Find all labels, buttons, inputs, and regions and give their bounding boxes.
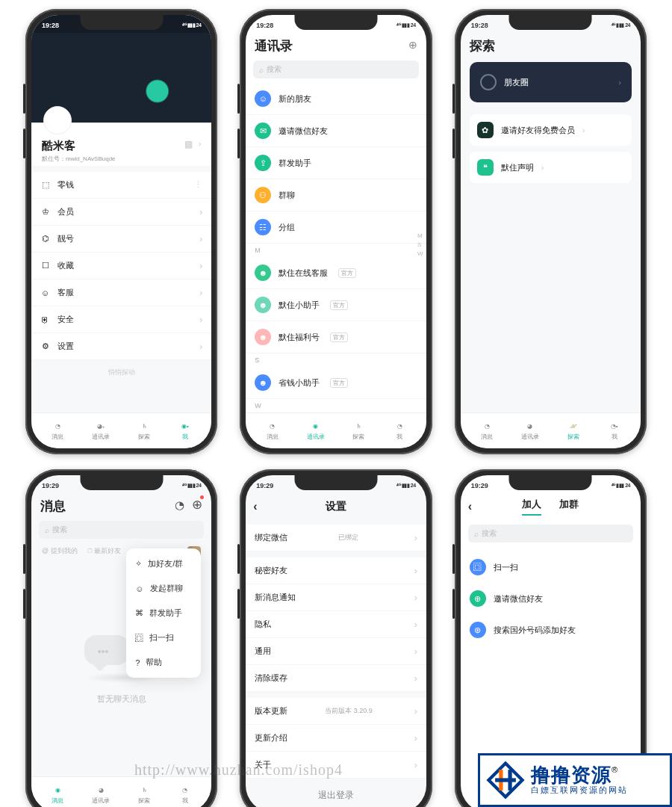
contact-new-friends[interactable]: ☺新的朋友 (246, 83, 426, 115)
notch (80, 15, 163, 30)
setting-version[interactable]: 版本更新当前版本 3.20.9› (246, 698, 426, 725)
search-input[interactable]: ⌕搜索 (39, 521, 204, 539)
tab-contacts[interactable]: ◕+通讯录 (92, 421, 110, 441)
setting-bind-wechat[interactable]: 绑定微信已绑定› (246, 525, 426, 551)
popup-start-group[interactable]: ☺发起群聊 (126, 576, 201, 601)
plus-popup: ✧加好友/群 ☺发起群聊 ⌘群发助手 ⿴扫一扫 ?帮助 (126, 548, 201, 678)
menu-security[interactable]: ⛨安全› (31, 306, 211, 333)
contact-invite-wechat[interactable]: ✉邀请微信好友 (246, 115, 426, 147)
contact-groups[interactable]: ☷分组 (246, 211, 426, 244)
statement-row[interactable]: ❝ 默住声明› (470, 152, 632, 183)
list-item[interactable]: ☻省钱小助手官方 (246, 367, 426, 399)
avatar-icon: ☻ (255, 297, 271, 313)
tab-discover[interactable]: ♄探索 (352, 421, 365, 441)
filter-mentions[interactable]: @ 提到我的 (42, 546, 78, 560)
setting-changelog[interactable]: 更新介绍› (246, 725, 426, 752)
tab-me[interactable]: ◔我 (393, 421, 406, 441)
badge-icon: ⌬ (40, 234, 50, 244)
page-title: 通讯录 (255, 33, 408, 56)
menu-wallet[interactable]: ⬚零钱⋮ (31, 172, 211, 199)
popup-mass-send[interactable]: ⌘群发助手 (126, 601, 201, 625)
tab-contacts[interactable]: ◕通讯录 (92, 785, 110, 805)
brand-logo: 撸撸资源® 白嫖互联网资源的网站 (478, 753, 672, 807)
list-item[interactable]: ☻默住福利号官方 (246, 321, 426, 353)
menu-vip[interactable]: ♔会员› (31, 199, 211, 226)
tab-messages[interactable]: ◔消息 (266, 421, 279, 441)
tab-add-person[interactable]: 加人 (522, 498, 541, 516)
shield-icon: ⛨ (40, 315, 50, 324)
profile-hero (31, 33, 211, 123)
section-W: W (246, 399, 426, 412)
list-item[interactable]: ☻默住小助手官方 (246, 289, 426, 321)
popup-scan[interactable]: ⿴扫一扫 (126, 625, 201, 650)
status-signal: ⁴ᴳ ▮▮▮ 24 (182, 22, 201, 28)
setting-general[interactable]: 通用› (246, 638, 426, 665)
tab-contacts[interactable]: ◕通讯录 (521, 421, 539, 441)
smile-icon: ☺ (135, 584, 143, 593)
wechat-icon: ⊕ (470, 590, 486, 607)
setting-notifications[interactable]: 新消息通知› (246, 584, 426, 611)
crown-icon: ♔ (40, 207, 50, 217)
nav-bar: ‹ 设置 (246, 493, 426, 520)
setting-secret-friends[interactable]: 秘密好友› (246, 557, 426, 584)
tab-contacts[interactable]: ◉通讯录 (307, 421, 325, 441)
contact-group-chat[interactable]: ⚇群聊 (246, 179, 426, 211)
tab-bar: ◔消息 ◕+通讯录 ♄探索 ◉•我 (31, 412, 211, 448)
logout-button[interactable]: 退出登录 (246, 779, 426, 807)
popup-add-friend[interactable]: ✧加好友/群 (126, 551, 201, 576)
gear-icon: ⚙ (40, 341, 50, 351)
phone-messages: 19:29⁴ᴳ ▮▮▮ 24 消息 ◔ ⊕ ⌕搜索 @ 提到我的 □ 最新好友 … (25, 469, 217, 807)
phone-contacts: 19:28⁴ᴳ ▮▮▮ 24 通讯录 ⊕ ⌕搜索 ☺新的朋友 ✉邀请微信好友 ⇪… (240, 9, 432, 454)
tab-messages[interactable]: ◔消息 (51, 421, 64, 441)
tab-me[interactable]: ◔•我 (608, 421, 621, 441)
wallet-icon: ⬚ (40, 180, 50, 190)
watermark-text: http://www.huzhan.com/ishop4 (134, 761, 343, 779)
popup-help[interactable]: ?帮助 (126, 650, 201, 675)
tab-messages[interactable]: ◔消息 (480, 421, 494, 441)
empty-illustration: ••• (84, 635, 129, 665)
search-input[interactable]: ⌕搜索 (253, 61, 418, 78)
tab-discover[interactable]: ♄探索 (137, 785, 151, 805)
add-invite-wechat[interactable]: ⊕邀请微信好友 (461, 583, 641, 614)
add-contact-icon[interactable]: ⊕ (408, 39, 417, 51)
page-title: 消息 (40, 493, 175, 516)
list-item[interactable]: ☻默住在线客服官方 (246, 257, 426, 289)
qrcode-icon[interactable]: ▩ (184, 139, 193, 149)
tab-discover[interactable]: 🪐探索 (567, 421, 580, 441)
wechat-icon: ✉ (255, 123, 271, 139)
menu-settings[interactable]: ⚙设置› (31, 333, 211, 360)
back-button[interactable]: ‹ (253, 500, 257, 513)
tab-discover[interactable]: ♄探索 (137, 421, 151, 441)
menu-support[interactable]: ☺客服› (31, 279, 211, 306)
moments-card[interactable]: 朋友圈 › (470, 62, 632, 102)
moments-icon (480, 74, 497, 90)
setting-clear-cache[interactable]: 清除缓存› (246, 665, 426, 692)
tab-messages[interactable]: ◉消息 (51, 785, 64, 805)
broadcast-icon: ⌘ (135, 608, 143, 618)
chevron-right-icon[interactable]: › (199, 139, 202, 148)
add-search-intl[interactable]: ⊛搜索国外号码添加好友 (461, 614, 641, 646)
plus-icon[interactable]: ⊕ (192, 497, 202, 513)
profile-menu: ⬚零钱⋮ ♔会员› ⌬靓号› ☐收藏› ☺客服› ⛨安全› ⚙设置› (31, 172, 211, 360)
invite-row[interactable]: ✿ 邀请好友得免费会员› (470, 114, 632, 146)
tab-add-group[interactable]: 加群 (559, 498, 579, 516)
globe-icon: ⊛ (470, 622, 486, 638)
profile-name: 酷米客 (42, 139, 184, 153)
contact-mass-send[interactable]: ⇪群发助手 (246, 147, 426, 179)
doc-icon: ❝ (477, 159, 494, 176)
filter-latest[interactable]: □ 最新好友 (88, 546, 121, 560)
tab-me[interactable]: ◔我 (178, 785, 192, 805)
phone-discover: 19:28⁴ᴳ ▮▮▮ 24 探索 朋友圈 › ✿ 邀请好友得免费会员› ❝ 默… (455, 9, 647, 454)
alpha-index[interactable]: MSW (417, 232, 423, 257)
menu-number[interactable]: ⌬靓号› (31, 226, 211, 253)
more-label: 悄悄探动 (31, 360, 211, 385)
search-input[interactable]: ⌕搜索 (468, 525, 633, 542)
add-scan[interactable]: ⿴扫一扫 (461, 551, 641, 583)
tab-me[interactable]: ◉•我 (178, 421, 192, 441)
setting-privacy[interactable]: 隐私› (246, 611, 426, 638)
avatar[interactable] (43, 106, 72, 134)
chat-add-icon[interactable]: ◔ (175, 498, 184, 512)
menu-fav[interactable]: ☐收藏› (31, 253, 211, 279)
back-button[interactable]: ‹ (468, 500, 472, 513)
me-icon: ◉• (178, 421, 192, 432)
